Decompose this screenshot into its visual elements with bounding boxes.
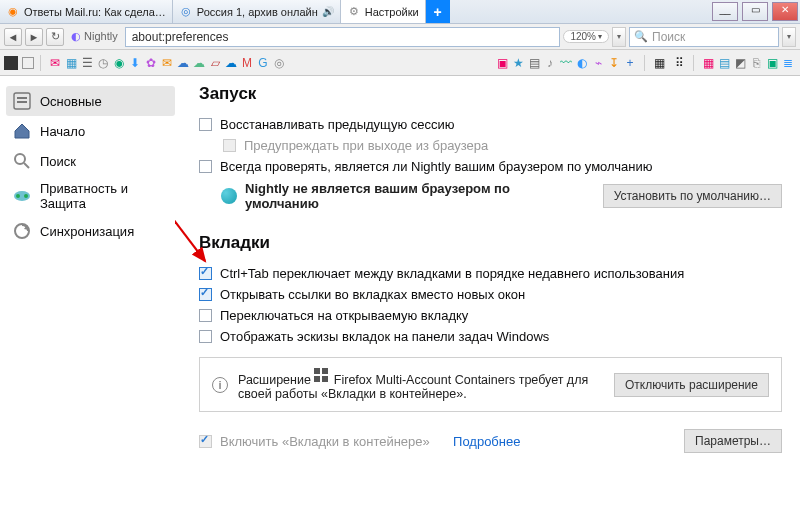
- sidebar-item-home[interactable]: Начало: [6, 116, 175, 146]
- tab-label: Россия 1, архив онлайн: [197, 6, 318, 18]
- learn-more-link[interactable]: Подробнее: [453, 434, 520, 449]
- toolbar-icon[interactable]: ▣: [494, 55, 510, 71]
- checkbox-warn-on-exit: [223, 139, 236, 152]
- extension-notice: i Расширение Firefox Multi-Account Conta…: [199, 357, 782, 412]
- tab-mailru[interactable]: ◉ Ответы Mail.ru: Как сдела…: [0, 0, 173, 23]
- tab-label: Настройки: [365, 6, 419, 18]
- toolbar-icon[interactable]: ☁: [223, 55, 239, 71]
- settings-sidebar: Основные Начало Поиск Приватность и Защи…: [0, 76, 175, 508]
- window-close[interactable]: ✕: [772, 2, 798, 21]
- new-tab-button[interactable]: +: [426, 0, 450, 23]
- label-container-tabs: Включить «Вкладки в контейнере»: [220, 434, 430, 449]
- set-default-button[interactable]: Установить по умолчанию…: [603, 184, 782, 208]
- label-always-check-default: Всегда проверять, является ли Nightly ва…: [220, 159, 653, 174]
- label-ctrl-tab: Ctrl+Tab переключает между вкладками в п…: [220, 266, 684, 281]
- toolbar-icon[interactable]: ♪: [542, 55, 558, 71]
- search-input[interactable]: 🔍 Поиск: [629, 27, 779, 47]
- sidebar-item-label: Поиск: [40, 154, 76, 169]
- sidebar-item-search[interactable]: Поиск: [6, 146, 175, 176]
- url-dropdown[interactable]: ▾: [612, 27, 626, 47]
- general-icon: [12, 91, 32, 111]
- window-minimize[interactable]: __: [712, 2, 738, 21]
- toolbar-icon[interactable]: M: [239, 55, 255, 71]
- toolbar-icon[interactable]: ☁: [175, 55, 191, 71]
- url-input[interactable]: about:preferences: [125, 27, 561, 47]
- zoom-indicator[interactable]: 120%▾: [563, 30, 609, 43]
- toolbar-icon[interactable]: ▤: [716, 55, 732, 71]
- checkbox-open-links-in-tabs[interactable]: [199, 288, 212, 301]
- toolbar-icon[interactable]: ⎘: [748, 55, 764, 71]
- sidebar-item-general[interactable]: Основные: [6, 86, 175, 116]
- toolbar-icon[interactable]: ✉: [159, 55, 175, 71]
- toolbar-icon[interactable]: ▦: [700, 55, 716, 71]
- toolbar-icon[interactable]: ★: [510, 55, 526, 71]
- toolbar-icon[interactable]: ◷: [95, 55, 111, 71]
- tab-russia1[interactable]: ◎ Россия 1, архив онлайн 🔊: [173, 0, 341, 23]
- sound-icon[interactable]: 🔊: [322, 6, 334, 17]
- toolbar-icon[interactable]: ▦: [651, 55, 667, 71]
- navbar: ◄ ► ↻ ◐ Nightly about:preferences 120%▾ …: [0, 24, 800, 50]
- toolbar-icon[interactable]: ◐: [574, 55, 590, 71]
- toolbar-icon[interactable]: ⌁: [590, 55, 606, 71]
- toolbar-icon[interactable]: ↧: [606, 55, 622, 71]
- window-controls: __ ▭ ✕: [710, 0, 800, 23]
- sidebar-item-label: Основные: [40, 94, 102, 109]
- toolbar-icon[interactable]: ☁: [191, 55, 207, 71]
- svg-point-7: [24, 194, 28, 198]
- nav-forward[interactable]: ►: [25, 28, 43, 46]
- checkbox-taskbar-thumbnails[interactable]: [199, 330, 212, 343]
- toolbar-icon[interactable]: ✉: [47, 55, 63, 71]
- search-icon: 🔍: [634, 30, 648, 43]
- disable-extension-button[interactable]: Отключить расширение: [614, 373, 769, 397]
- label-open-links-in-tabs: Открывать ссылки во вкладках вместо новы…: [220, 287, 525, 302]
- label-switch-to-tab: Переключаться на открываемую вкладку: [220, 308, 468, 323]
- home-icon: [12, 121, 32, 141]
- tab-settings[interactable]: ⚙ Настройки: [341, 0, 426, 23]
- toolbar-icon[interactable]: ⠿: [671, 55, 687, 71]
- section-title-tabs: Вкладки: [199, 233, 782, 253]
- svg-point-3: [15, 154, 25, 164]
- label-restore-session: Восстанавливать предыдущую сессию: [220, 117, 455, 132]
- checkbox-restore-session[interactable]: [199, 118, 212, 131]
- browser-tabstrip: ◉ Ответы Mail.ru: Как сдела… ◎ Россия 1,…: [0, 0, 800, 24]
- search-dropdown[interactable]: ▾: [782, 27, 796, 47]
- toolbar-icon[interactable]: ▣: [764, 55, 780, 71]
- toolbar-icon[interactable]: ✿: [143, 55, 159, 71]
- label-warn-on-exit: Предупреждать при выходе из браузера: [244, 138, 488, 153]
- toolbar-icon[interactable]: G: [255, 55, 271, 71]
- svg-line-4: [24, 163, 29, 168]
- sidebar-item-sync[interactable]: Синхронизация: [6, 216, 175, 246]
- sidebar-item-privacy[interactable]: Приватность и Защита: [6, 176, 175, 216]
- toolbar-icon[interactable]: ☰: [79, 55, 95, 71]
- svg-point-6: [16, 194, 20, 198]
- info-icon: i: [212, 377, 228, 393]
- checkbox-ctrl-tab[interactable]: [199, 267, 212, 280]
- window-maximize[interactable]: ▭: [742, 2, 768, 21]
- toolbar-icon[interactable]: ◩: [732, 55, 748, 71]
- search-icon: [12, 151, 32, 171]
- toolbar-icon[interactable]: 〰: [558, 55, 574, 71]
- tab-label: Ответы Mail.ru: Как сдела…: [24, 6, 166, 18]
- toolbar-icon[interactable]: ≣: [780, 55, 796, 71]
- toolbar-icon[interactable]: ▱: [207, 55, 223, 71]
- toolbar-icon[interactable]: ◉: [111, 55, 127, 71]
- toolbar-icon[interactable]: ▤: [526, 55, 542, 71]
- section-title-startup: Запуск: [199, 84, 782, 104]
- checkbox-always-check-default[interactable]: [199, 160, 212, 173]
- label-taskbar-thumbnails: Отображать эскизы вкладок на панели зада…: [220, 329, 549, 344]
- svg-rect-2: [17, 101, 27, 103]
- container-params-button[interactable]: Параметры…: [684, 429, 782, 453]
- checkbox-switch-to-tab[interactable]: [199, 309, 212, 322]
- sidebar-item-label: Приватность и Защита: [40, 181, 169, 211]
- site-identity[interactable]: ◐ Nightly: [67, 30, 122, 43]
- nav-reload[interactable]: ↻: [46, 28, 64, 46]
- toolbar-icon[interactable]: ▦: [63, 55, 79, 71]
- settings-content: Запуск Восстанавливать предыдущую сессию…: [175, 76, 800, 508]
- toolbar-icon[interactable]: +: [622, 55, 638, 71]
- toolbar-icon[interactable]: ◎: [271, 55, 287, 71]
- nav-back[interactable]: ◄: [4, 28, 22, 46]
- sidebar-item-label: Начало: [40, 124, 85, 139]
- toolbar-icon[interactable]: [22, 57, 34, 69]
- toolbar-icon[interactable]: ⬇: [127, 55, 143, 71]
- toolbar-icon[interactable]: [4, 56, 18, 70]
